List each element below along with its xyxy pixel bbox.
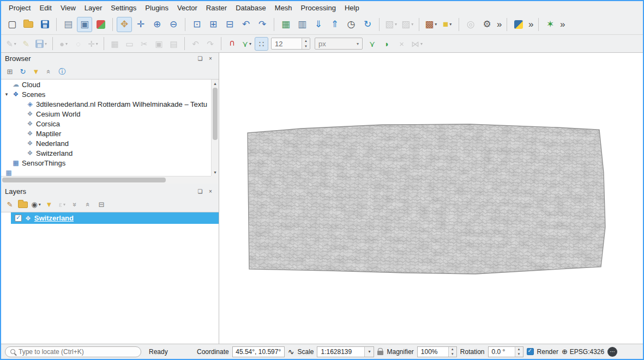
rotation-spin[interactable]: 0.0 ° ▲▼ [488, 346, 523, 357]
zoom-out-button[interactable]: ⊖ [166, 17, 181, 32]
refresh-browser-button[interactable]: ↻ [17, 66, 29, 78]
scroll-up-icon[interactable]: ▲ [212, 80, 219, 87]
tree-item[interactable]: ☁Cloud [1, 80, 211, 89]
new-layer-button[interactable]: ■▾ [440, 17, 455, 32]
manage-plugins-button[interactable]: ✶ [543, 17, 558, 32]
export-layer-button[interactable]: ⇑ [327, 17, 342, 32]
collapse-all-button[interactable]: « [43, 66, 55, 78]
tree-item[interactable]: ▾❖Scenes [1, 89, 211, 99]
pan-to-selection-button[interactable]: ✛ [133, 17, 148, 32]
pan-map-button[interactable]: ✥ [117, 17, 132, 32]
add-delimited-layer-button[interactable]: ⇓ [311, 17, 326, 32]
menu-processing[interactable]: Processing [297, 2, 340, 14]
enable-tracing-button[interactable]: ⋎ [365, 37, 379, 51]
snapping-toggle-button[interactable]: ∪ [225, 37, 239, 51]
filter-legend-button[interactable]: ▼ [43, 199, 55, 211]
tree-item[interactable]: ❖Switzerland [1, 148, 211, 158]
menu-mesh[interactable]: Mesh [270, 2, 297, 14]
snapping-tolerance-spin[interactable]: 12▲▼ [271, 38, 310, 50]
attribute-table-button[interactable]: ▥ [294, 17, 310, 32]
avoid-overlap-button[interactable]: ◗ [380, 37, 394, 51]
scrollbar-thumb[interactable] [213, 88, 218, 140]
menu-view[interactable]: View [56, 2, 80, 14]
snapping-mode-button[interactable]: ⋎▾ [240, 37, 254, 51]
menu-help[interactable]: Help [340, 2, 364, 14]
layer-item[interactable]: ❖Switzerland [11, 212, 219, 224]
snapping-unit-select[interactable]: px▾ [315, 38, 363, 50]
layer-styling-button[interactable]: ✎ [4, 199, 16, 211]
scroll-down-icon[interactable]: ▼ [212, 168, 219, 176]
toolbar-overflow-button[interactable]: » [496, 17, 503, 32]
spin-arrows[interactable]: ▲▼ [515, 347, 523, 357]
style-manager-button[interactable] [93, 17, 109, 32]
menu-database[interactable]: Database [231, 2, 270, 14]
zoom-last-button[interactable]: ↶ [238, 17, 254, 32]
new-print-layout-button[interactable]: ▤ [61, 17, 76, 32]
zoom-to-selection-button[interactable]: ⊞ [206, 17, 221, 32]
tree-item[interactable]: ▦ [1, 168, 211, 176]
expand-all-button[interactable]: » [69, 199, 81, 211]
remove-layer-button[interactable]: ⊟ [95, 199, 107, 211]
magnifier-spin[interactable]: 100% ▲▼ [417, 346, 457, 357]
float-panel-icon[interactable]: ❏ [196, 54, 204, 63]
float-panel-icon[interactable]: ❏ [196, 187, 204, 196]
expander-open-icon[interactable]: ▾ [3, 91, 10, 97]
vertical-scrollbar[interactable]: ▲ ▼ [211, 80, 219, 176]
spin-arrows[interactable]: ▲▼ [448, 347, 456, 357]
tree-item[interactable]: ❖Maptiler [1, 129, 211, 138]
refresh-map-button[interactable]: ↻ [360, 17, 375, 32]
dropdown-arrow-icon[interactable]: ▾ [364, 347, 374, 357]
layer-visibility-checkbox[interactable] [15, 215, 22, 222]
menu-project[interactable]: Project [4, 2, 35, 14]
dropdown-arrow-icon: ▾ [63, 202, 65, 207]
add-selected-layers-button[interactable]: ⊞ [4, 66, 16, 78]
close-panel-icon[interactable]: × [206, 54, 215, 63]
data-source-manager-button[interactable]: ▩▾ [423, 17, 438, 32]
new-project-button[interactable]: ▢ [4, 17, 20, 32]
plugins-overflow-button[interactable]: » [559, 17, 566, 32]
tree-item[interactable]: ◈3dtilesnederland.nl Rotterdam Wilhelmin… [1, 99, 211, 109]
add-group-button[interactable] [17, 199, 29, 211]
menu-settings[interactable]: Settings [106, 2, 141, 14]
new-map-view-button[interactable]: ▦ [278, 17, 293, 32]
zoom-to-layer-button[interactable]: ⊟ [222, 17, 237, 32]
locate-search[interactable] [5, 346, 141, 357]
spin-arrows[interactable]: ▲▼ [302, 38, 310, 49]
messages-icon[interactable]: ⋯ [607, 347, 617, 357]
menu-plugins[interactable]: Plugins [141, 2, 173, 14]
locate-input[interactable] [19, 348, 136, 356]
scrollbar-thumb[interactable] [2, 178, 166, 182]
horizontal-scrollbar[interactable] [1, 176, 211, 184]
open-project-button[interactable] [21, 17, 36, 32]
tree-item[interactable]: ❖Corsica [1, 119, 211, 129]
tree-item[interactable]: ❖Nederland [1, 138, 211, 148]
menu-vector[interactable]: Vector [173, 2, 202, 14]
zoom-full-button[interactable]: ⊡ [189, 17, 204, 32]
lock-icon[interactable] [377, 351, 383, 355]
extents-icon[interactable]: ∿ [288, 347, 294, 356]
scale-combo[interactable]: 1:1628139 ▾ [317, 346, 374, 357]
browser-properties-button[interactable]: ⓘ [56, 66, 68, 78]
menu-raster[interactable]: Raster [202, 2, 231, 14]
collapse-all-layers-button[interactable]: « [82, 199, 94, 211]
snapping-dots-button[interactable]: ∷ [255, 37, 268, 51]
zoom-next-button[interactable]: ↷ [255, 17, 270, 32]
map-themes-button[interactable]: ◉▾ [30, 199, 42, 211]
close-panel-icon[interactable]: × [206, 187, 215, 196]
processing-toolbox-button[interactable]: ⚙ [479, 17, 495, 32]
python-overflow-button[interactable]: » [527, 17, 534, 32]
tree-item[interactable]: ❖Cesium World [1, 109, 211, 119]
render-checkbox[interactable] [527, 348, 534, 355]
zoom-in-button[interactable]: ⊕ [149, 17, 165, 32]
crs-button[interactable]: ⊕ EPSG:4326 [562, 347, 604, 356]
save-project-button[interactable] [37, 17, 52, 32]
menu-layer[interactable]: Layer [80, 2, 107, 14]
filter-browser-button[interactable]: ▼ [30, 66, 42, 78]
coordinate-field[interactable]: 45.54°, 10.597° [232, 346, 285, 357]
temporal-controller-button[interactable]: ◷ [344, 17, 359, 32]
menu-edit[interactable]: Edit [35, 2, 56, 14]
tree-item[interactable]: ▦SensorThings [1, 158, 211, 168]
map-canvas[interactable] [219, 53, 643, 344]
layout-manager-button[interactable]: ▣ [77, 17, 92, 32]
python-console-button[interactable] [511, 17, 526, 32]
